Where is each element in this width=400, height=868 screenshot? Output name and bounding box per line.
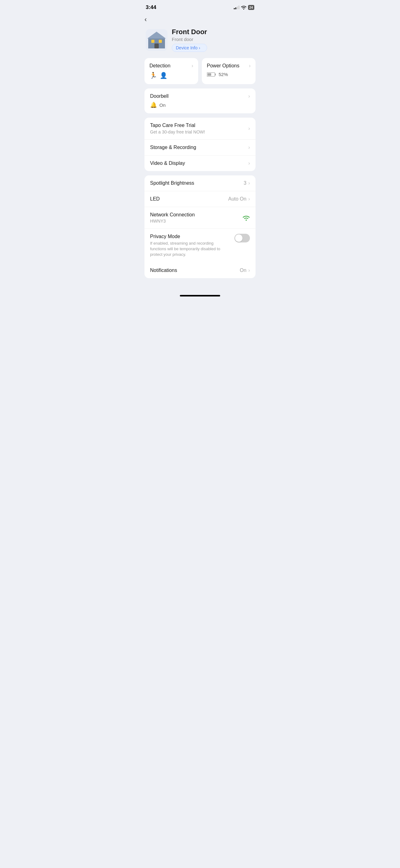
spotlight-title: Spotlight Brightness (150, 180, 194, 186)
led-value: Auto On (228, 196, 246, 202)
device-name: Front Door (172, 28, 207, 36)
device-info-button[interactable]: Device Info › (172, 44, 207, 52)
bell-icon: 🔔 (150, 101, 157, 108)
led-chevron-icon: › (248, 196, 250, 202)
status-time: 3:44 (146, 4, 156, 10)
privacy-title: Privacy Mode (150, 234, 231, 239)
detection-header: Detection › (149, 63, 193, 69)
svg-rect-4 (159, 40, 162, 43)
video-chevron-icon: › (248, 160, 250, 166)
tapo-care-chevron-icon: › (248, 126, 250, 131)
wifi-green-icon (242, 215, 250, 221)
power-chevron-icon: › (249, 63, 251, 69)
notifications-value: On (240, 268, 246, 273)
spotlight-item[interactable]: Spotlight Brightness 3 › (144, 176, 256, 191)
video-left: Video & Display (150, 160, 185, 166)
battery-percentage: 52% (219, 72, 228, 77)
device-info-label: Device Info (176, 45, 198, 50)
back-button[interactable]: ‹ (139, 13, 261, 25)
network-ssid: HWNY3 (150, 219, 195, 223)
tapo-care-item[interactable]: Tapo Care Free Trial Get a 30-day free t… (144, 118, 256, 140)
battery-display: 52% (207, 72, 251, 77)
tapo-care-right: › (248, 126, 250, 131)
doorbell-header: Doorbell › (144, 89, 256, 101)
notifications-chevron-icon: › (248, 268, 250, 273)
doorbell-title: Doorbell (150, 93, 169, 99)
spotlight-chevron-icon: › (248, 180, 250, 186)
detection-title: Detection (149, 63, 171, 69)
storage-left: Storage & Recording (150, 145, 196, 150)
network-item[interactable]: Network Connection HWNY3 (144, 207, 256, 228)
tapo-care-subtitle: Get a 30-day free trial NOW! (150, 129, 205, 134)
video-display-item[interactable]: Video & Display › (144, 155, 256, 171)
led-title: LED (150, 196, 160, 202)
storage-right: › (248, 145, 250, 150)
storage-recording-item[interactable]: Storage & Recording › (144, 140, 256, 155)
back-icon: ‹ (144, 16, 147, 23)
detection-chevron-icon: › (192, 63, 193, 69)
top-cards-row: Detection › 🏃 👤 Power Options › (144, 58, 256, 84)
svg-rect-3 (151, 40, 155, 43)
battery-status: 24 (248, 5, 254, 10)
detection-icons: 🏃 👤 (149, 72, 193, 79)
battery-level: 24 (249, 6, 253, 9)
network-right (242, 215, 250, 221)
detection-card[interactable]: Detection › 🏃 👤 (144, 58, 198, 84)
video-right: › (248, 160, 250, 166)
motion-run-icon: 🏃 (149, 72, 157, 79)
toggle-knob (235, 235, 242, 242)
tapo-care-left: Tapo Care Free Trial Get a 30-day free t… (150, 123, 205, 134)
home-bar (180, 295, 220, 297)
device-icon (146, 29, 167, 51)
power-card[interactable]: Power Options › 52% (202, 58, 256, 84)
battery-icon (207, 72, 216, 77)
doorbell-card[interactable]: Doorbell › 🔔 On (144, 89, 256, 113)
svg-rect-8 (207, 73, 211, 76)
notifications-right: On › (240, 268, 250, 273)
status-icons: 24 (234, 5, 254, 10)
device-info-chevron-icon: › (199, 45, 200, 50)
device-header: Front Door Front door Device Info › (139, 25, 261, 58)
network-title: Network Connection (150, 212, 195, 218)
storage-chevron-icon: › (248, 145, 250, 150)
device-subtitle: Front door (172, 37, 207, 42)
storage-title: Storage & Recording (150, 145, 196, 150)
settings-card: Spotlight Brightness 3 › LED Auto On › N… (144, 176, 256, 278)
main-content: Detection › 🏃 👤 Power Options › (139, 58, 261, 289)
spotlight-value: 3 (244, 180, 246, 186)
status-bar: 3:44 24 (139, 0, 261, 13)
svg-rect-5 (155, 43, 159, 49)
privacy-toggle[interactable] (234, 234, 250, 243)
notifications-item[interactable]: Notifications On › (144, 262, 256, 278)
network-left: Network Connection HWNY3 (150, 212, 195, 223)
services-card: Tapo Care Free Trial Get a 30-day free t… (144, 118, 256, 171)
tapo-care-title: Tapo Care Free Trial (150, 123, 205, 128)
doorbell-chevron-icon: › (248, 93, 250, 99)
video-title: Video & Display (150, 160, 185, 166)
signal-icon (234, 6, 239, 9)
person-icon: 👤 (160, 72, 167, 79)
device-info-section: Front Door Front door Device Info › (172, 28, 207, 52)
led-item[interactable]: LED Auto On › (144, 191, 256, 207)
doorbell-status-row: 🔔 On (144, 101, 256, 113)
led-right: Auto On › (228, 196, 250, 202)
svg-rect-7 (215, 73, 216, 75)
spotlight-right: 3 › (244, 180, 250, 186)
power-header: Power Options › (207, 63, 251, 69)
privacy-item: Privacy Mode If enabled, streaming and r… (144, 228, 256, 262)
doorbell-status: On (159, 102, 166, 108)
privacy-description: If enabled, streaming and recording func… (150, 241, 231, 258)
privacy-left: Privacy Mode If enabled, streaming and r… (150, 234, 231, 258)
power-title: Power Options (207, 63, 239, 69)
notifications-title: Notifications (150, 268, 177, 273)
home-indicator (139, 289, 261, 300)
wifi-status-icon (241, 5, 246, 10)
